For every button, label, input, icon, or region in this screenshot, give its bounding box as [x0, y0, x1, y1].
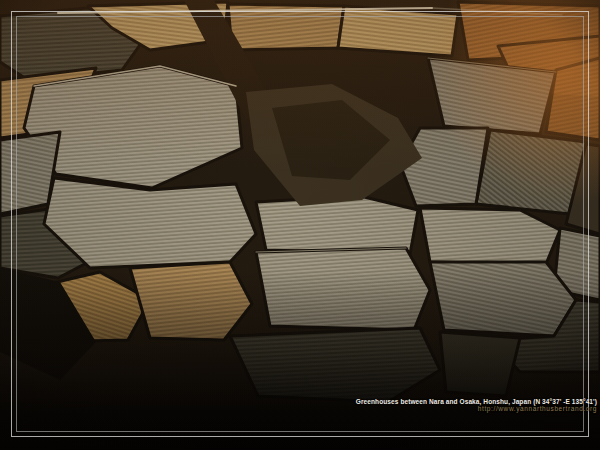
aerial-photo-svg [0, 0, 600, 450]
caption-url: http://www.yannarthusbertrand.org [356, 405, 597, 412]
caption: Greenhouses between Nara and Osaka, Hons… [356, 398, 597, 412]
caption-title: Greenhouses between Nara and Osaka, Hons… [356, 398, 597, 405]
wallpaper: Greenhouses between Nara and Osaka, Hons… [0, 0, 600, 450]
vignette [0, 0, 600, 450]
